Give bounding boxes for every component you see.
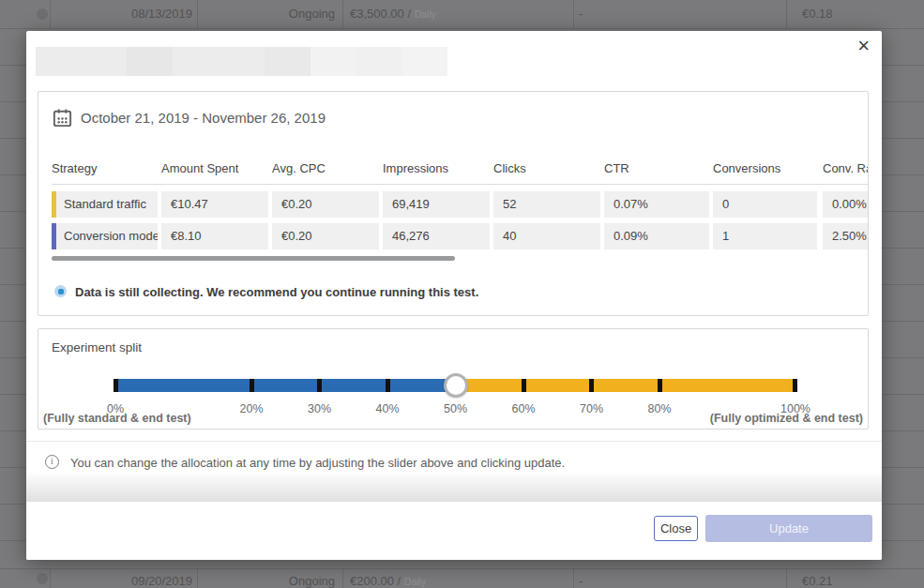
conversions-cell: 1 bbox=[713, 223, 817, 249]
screen: 08/13/2019 Ongoing €3,500.00 / Daily - €… bbox=[0, 0, 924, 588]
column-divider bbox=[197, 569, 198, 588]
column-divider bbox=[50, 569, 51, 588]
row-budget: €3,500.00 / Daily bbox=[350, 0, 436, 28]
column-divider bbox=[342, 569, 343, 588]
calendar-icon bbox=[52, 107, 73, 132]
amount-spent-cell: €8.10 bbox=[161, 223, 268, 249]
amount-spent-cell: €10.47 bbox=[161, 191, 268, 218]
date-range: October 21, 2019 - November 26, 2019 bbox=[81, 110, 326, 126]
ctr-cell: 0.07% bbox=[604, 191, 709, 218]
column-divider bbox=[786, 0, 787, 28]
table-row: Conversion mode €8.10 €0.20 46,276 40 0.… bbox=[38, 223, 868, 249]
conv-rate-cell: 0.00% bbox=[823, 191, 869, 218]
clicks-cell: 52 bbox=[493, 191, 600, 218]
col-header-ctr: CTR bbox=[604, 161, 629, 175]
avg-cpc-cell: €0.20 bbox=[272, 223, 379, 249]
strategy-cell: Conversion mode bbox=[52, 223, 158, 249]
row-cpc: €0.21 bbox=[802, 569, 833, 588]
tick-label: 60% bbox=[511, 402, 535, 415]
conversions-cell: 0 bbox=[713, 191, 817, 218]
impressions-cell: 46,276 bbox=[383, 223, 490, 249]
clicks-cell: 40 bbox=[493, 223, 600, 249]
col-header-conversions: Conversions bbox=[713, 161, 780, 175]
collecting-status-icon bbox=[54, 285, 67, 297]
update-button[interactable]: Update bbox=[705, 515, 872, 542]
strategy-name: Conversion mode bbox=[64, 229, 158, 243]
row-status: Ongoing bbox=[202, 0, 335, 28]
conv-rate-cell: 2.50% bbox=[823, 223, 869, 249]
strategy-accent-bar bbox=[52, 223, 56, 249]
tick-label: 20% bbox=[239, 402, 263, 415]
column-divider bbox=[197, 0, 198, 28]
header-divider bbox=[52, 184, 868, 185]
redacted-block bbox=[36, 47, 127, 76]
column-divider bbox=[786, 569, 787, 588]
row-status-icon bbox=[37, 573, 48, 584]
close-button[interactable]: Close bbox=[654, 516, 698, 541]
column-divider bbox=[342, 0, 343, 28]
allocation-info-text: You can change the allocation at any tim… bbox=[70, 456, 565, 470]
slider-tick bbox=[522, 379, 526, 392]
strategy-accent-bar bbox=[52, 191, 56, 218]
redacted-block bbox=[173, 47, 265, 76]
slider-handle[interactable] bbox=[444, 373, 468, 398]
slider-optimized-segment bbox=[456, 379, 796, 392]
row-dash: - bbox=[579, 569, 583, 588]
modal-title-redacted bbox=[36, 47, 447, 76]
slider-tick bbox=[793, 379, 797, 392]
row-budget-period: Daily bbox=[415, 8, 436, 20]
row-date: 08/13/2019 bbox=[56, 0, 192, 28]
tick-label: 70% bbox=[580, 402, 603, 415]
tick-label: 30% bbox=[308, 402, 331, 415]
close-icon[interactable]: × bbox=[857, 36, 870, 56]
fully-optimized-caption: (Fully optimized & end test) bbox=[710, 412, 863, 425]
redacted-block bbox=[265, 47, 311, 76]
slider-tick bbox=[386, 379, 390, 392]
row-cpc: €0.18 bbox=[802, 0, 833, 28]
horizontal-scrollbar[interactable] bbox=[52, 256, 455, 261]
ctr-cell: 0.09% bbox=[604, 223, 709, 249]
row-dash: - bbox=[579, 0, 583, 28]
col-header-strategy: Strategy bbox=[52, 161, 97, 175]
background-row-divider bbox=[0, 28, 924, 29]
table-row: Standard traffic €10.47 €0.20 69,419 52 … bbox=[38, 191, 868, 218]
split-slider[interactable]: 0% 20% 30% 40% 50% 60% 70% 80% 100% bbox=[115, 379, 795, 392]
avg-cpc-cell: €0.20 bbox=[272, 191, 379, 218]
row-status-icon bbox=[37, 8, 48, 20]
tick-label: 40% bbox=[375, 402, 399, 415]
modal-footer: Close Update bbox=[26, 502, 882, 560]
row-budget-amount: €3,500.00 / bbox=[350, 7, 411, 21]
column-divider bbox=[50, 0, 51, 28]
experiment-results-modal: × October 21, 2019 - November 26, 20 bbox=[26, 31, 882, 560]
row-budget-amount: €200.00 / bbox=[350, 574, 401, 588]
slider-tick bbox=[317, 379, 322, 392]
column-divider bbox=[573, 569, 574, 588]
slider-tick bbox=[114, 379, 118, 392]
redacted-block bbox=[402, 47, 447, 76]
col-header-avg-cpc: Avg. CPC bbox=[272, 161, 326, 175]
tick-label: 50% bbox=[444, 402, 467, 415]
redacted-block bbox=[127, 47, 173, 76]
col-header-impressions: Impressions bbox=[383, 161, 448, 175]
fully-standard-caption: (Fully standard & end test) bbox=[43, 412, 191, 425]
row-date: 09/20/2019 bbox=[56, 569, 192, 588]
experiment-split-label: Experiment split bbox=[52, 340, 142, 354]
slider-tick bbox=[658, 379, 662, 392]
col-header-conv-rate: Conv. Ra bbox=[823, 161, 869, 175]
strategy-cell: Standard traffic bbox=[52, 191, 158, 218]
slider-tick bbox=[589, 379, 594, 392]
row-status: Ongoing bbox=[202, 569, 335, 588]
results-panel: October 21, 2019 - November 26, 2019 Str… bbox=[38, 91, 869, 316]
info-icon: i bbox=[45, 455, 59, 469]
experiment-split-panel: Experiment split 0% 20% 30% 40% 50% 60% bbox=[38, 328, 869, 430]
redacted-block bbox=[356, 47, 402, 76]
slider-tick bbox=[250, 379, 254, 392]
slider-standard-segment bbox=[115, 379, 456, 392]
row-budget-period: Daily bbox=[404, 576, 426, 587]
impressions-cell: 69,419 bbox=[383, 191, 490, 218]
strategy-name: Standard traffic bbox=[64, 197, 146, 211]
collecting-note: Data is still collecting. We recommend y… bbox=[75, 285, 478, 299]
column-divider bbox=[573, 0, 574, 28]
col-header-amount-spent: Amount Spent bbox=[161, 161, 238, 175]
row-budget: €200.00 / Daily bbox=[350, 569, 426, 588]
